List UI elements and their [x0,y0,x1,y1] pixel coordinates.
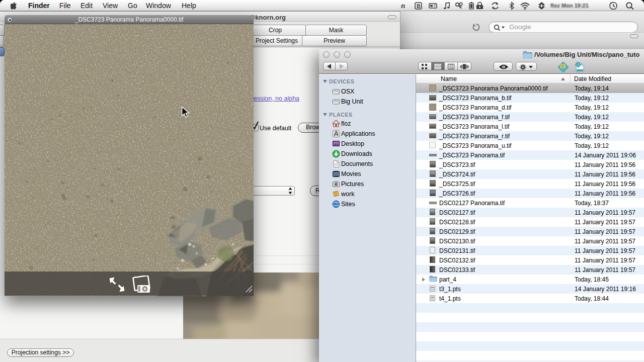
svg-text:n: n [401,2,405,10]
svg-text:B: B [417,3,421,9]
